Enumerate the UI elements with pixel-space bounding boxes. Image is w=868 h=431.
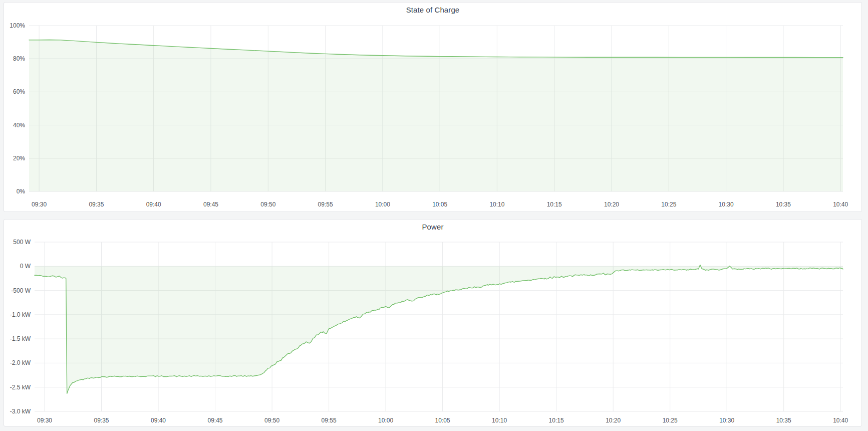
svg-text:09:35: 09:35 <box>94 417 109 424</box>
svg-text:09:30: 09:30 <box>37 417 52 424</box>
state-of-charge-chart[interactable]: 100%80%60%40%20%0%09:3009:3509:4009:4509… <box>4 3 862 212</box>
panel-power: Power 500 W0 W-500 W-1.0 kW-1.5 kW-2.0 k… <box>4 219 862 426</box>
svg-text:09:40: 09:40 <box>146 201 161 208</box>
svg-text:10:05: 10:05 <box>432 201 447 208</box>
svg-text:10:10: 10:10 <box>492 417 507 424</box>
svg-text:10:10: 10:10 <box>489 201 504 208</box>
svg-text:-1.5 kW: -1.5 kW <box>10 335 31 342</box>
svg-text:10:25: 10:25 <box>663 417 678 424</box>
svg-text:100%: 100% <box>10 22 25 29</box>
panel-title-power[interactable]: Power <box>4 223 861 231</box>
svg-text:10:20: 10:20 <box>604 201 619 208</box>
svg-text:20%: 20% <box>13 155 25 162</box>
svg-text:10:25: 10:25 <box>661 201 676 208</box>
svg-text:09:35: 09:35 <box>89 201 104 208</box>
svg-text:-2.0 kW: -2.0 kW <box>10 359 31 366</box>
panel-title-state-of-charge[interactable]: State of Charge <box>4 6 861 14</box>
svg-text:0%: 0% <box>17 188 26 195</box>
svg-text:09:50: 09:50 <box>260 201 275 208</box>
svg-text:10:20: 10:20 <box>606 417 621 424</box>
svg-text:10:15: 10:15 <box>549 417 564 424</box>
svg-text:10:35: 10:35 <box>776 417 791 424</box>
svg-text:10:40: 10:40 <box>833 417 848 424</box>
svg-text:09:45: 09:45 <box>203 201 218 208</box>
svg-text:10:05: 10:05 <box>435 417 450 424</box>
svg-text:09:45: 09:45 <box>207 417 222 424</box>
svg-text:-1.0 kW: -1.0 kW <box>10 311 31 318</box>
panel-state-of-charge: State of Charge 100%80%60%40%20%0%09:300… <box>4 2 862 212</box>
svg-text:09:55: 09:55 <box>322 417 337 424</box>
svg-text:10:00: 10:00 <box>375 201 390 208</box>
svg-text:-2.5 kW: -2.5 kW <box>10 384 31 391</box>
svg-text:09:55: 09:55 <box>318 201 333 208</box>
svg-text:0 W: 0 W <box>20 263 31 270</box>
svg-text:10:30: 10:30 <box>719 417 734 424</box>
svg-text:09:50: 09:50 <box>264 417 279 424</box>
grafana-dashboard: { "theme": { "page_bg": "#f4f5f6", "pane… <box>0 0 868 431</box>
svg-text:10:35: 10:35 <box>776 201 791 208</box>
svg-text:40%: 40% <box>13 122 25 129</box>
svg-text:80%: 80% <box>13 55 25 62</box>
svg-text:10:15: 10:15 <box>547 201 562 208</box>
svg-text:10:00: 10:00 <box>378 417 393 424</box>
svg-text:09:30: 09:30 <box>32 201 47 208</box>
svg-text:-3.0 kW: -3.0 kW <box>10 408 31 415</box>
svg-text:500 W: 500 W <box>13 239 31 246</box>
svg-text:60%: 60% <box>13 88 25 95</box>
svg-text:-500 W: -500 W <box>11 287 31 294</box>
svg-text:10:40: 10:40 <box>833 201 848 208</box>
power-chart[interactable]: 500 W0 W-500 W-1.0 kW-1.5 kW-2.0 kW-2.5 … <box>4 220 862 427</box>
svg-text:09:40: 09:40 <box>151 417 166 424</box>
svg-text:10:30: 10:30 <box>719 201 734 208</box>
